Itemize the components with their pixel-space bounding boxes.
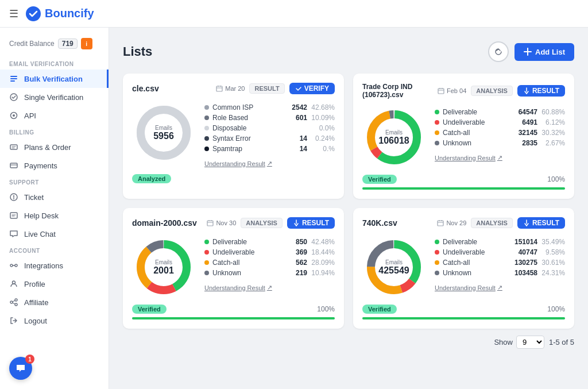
- stat-value: 40747: [517, 248, 537, 256]
- svg-rect-20: [438, 88, 444, 94]
- result-button[interactable]: RESULT: [517, 85, 565, 97]
- donut-center-num: 5956: [153, 131, 174, 141]
- help-desk-label: Help Desk: [24, 211, 59, 220]
- sidebar-item-plans-order[interactable]: Plans & Order: [0, 138, 109, 156]
- add-list-button[interactable]: Add List: [514, 43, 574, 61]
- donut-chart: Emails 5956: [132, 101, 195, 164]
- svg-point-14: [10, 301, 13, 303]
- logout-label: Logout: [24, 317, 47, 325]
- stat-row: Unknown 103458 24.31%: [435, 269, 565, 277]
- stat-row: Syntax Error 14 0.24%: [204, 134, 335, 142]
- understanding-link-text: Understanding Result: [204, 160, 265, 167]
- understanding-link-text: Understanding Result: [435, 284, 496, 291]
- stat-row: Deliverable 850 42.48%: [204, 238, 335, 246]
- sidebar-item-help-desk[interactable]: Help Desk: [0, 206, 109, 225]
- card-header: cle.csv Mar 20 RESULT VERIFY: [132, 83, 335, 94]
- chat-bubble-badge: 1: [25, 355, 34, 364]
- sidebar-item-payments[interactable]: Payments: [0, 156, 109, 175]
- verify-button[interactable]: VERIFY: [289, 83, 335, 94]
- layout: Credit Balance 719 i EMAIL VERIFICATION …: [0, 28, 588, 389]
- credit-balance-section: Credit Balance 719 i: [0, 34, 109, 56]
- stat-pct: 2.67%: [541, 139, 565, 147]
- stat-row: Catch-all 32145 30.32%: [435, 129, 565, 137]
- stat-row: Unknown 219 10.94%: [204, 269, 335, 277]
- section-label-billing: BILLING: [0, 125, 109, 138]
- menu-icon[interactable]: ☰: [9, 7, 18, 20]
- single-verification-icon: [9, 93, 18, 102]
- stat-label: Deliverable: [443, 238, 511, 246]
- svg-point-0: [26, 6, 41, 21]
- sidebar-item-single-verification[interactable]: Single Verification: [0, 88, 109, 106]
- progress-bar: [132, 317, 335, 319]
- sidebar-item-affiliate[interactable]: Affiliate: [0, 293, 109, 311]
- understanding-result-link[interactable]: Understanding Result ↗: [204, 160, 335, 167]
- status-badge: Verified: [362, 175, 397, 184]
- stat-pct: 0.0%: [311, 124, 335, 132]
- status-badge: Analyzed: [132, 174, 171, 183]
- stat-pct: 6.12%: [541, 118, 565, 126]
- card-date: Mar 20: [216, 85, 245, 92]
- sidebar-item-profile[interactable]: Profile: [0, 275, 109, 293]
- pagination: Show 9 25 50 1-5 of 5: [123, 329, 574, 351]
- sidebar-item-logout[interactable]: Logout: [0, 311, 109, 330]
- status-badge: Verified: [132, 305, 167, 314]
- progress-bar-wrap: [132, 317, 335, 319]
- result-button[interactable]: RESULT: [517, 217, 565, 229]
- card-title: cle.csv: [132, 84, 211, 93]
- understanding-link-text: Understanding Result: [204, 284, 265, 291]
- donut-center-num: 106018: [378, 136, 409, 146]
- date-text: Mar 20: [225, 85, 245, 92]
- section-label-support: SUPPORT: [0, 175, 109, 188]
- chat-bubble[interactable]: 1: [9, 357, 32, 380]
- stats-list: Deliverable 850 42.48% Undeliverable 369…: [204, 236, 335, 299]
- sidebar-item-live-chat[interactable]: Live Chat: [0, 225, 109, 243]
- sidebar-item-api[interactable]: API: [0, 106, 109, 125]
- sidebar-item-ticket[interactable]: Ticket: [0, 188, 109, 206]
- stat-label: Undeliverable: [443, 248, 513, 256]
- stat-row: Undeliverable 6491 6.12%: [435, 118, 565, 126]
- analysis-badge: ANALYSIS: [241, 218, 283, 228]
- profile-label: Profile: [24, 280, 45, 288]
- credit-balance-label: Credit Balance: [9, 40, 55, 48]
- stats-list: Common ISP 2542 42.68% Role Based 601 10…: [204, 101, 335, 167]
- stat-pct: 9.58%: [541, 248, 565, 256]
- understanding-link-text: Understanding Result: [435, 155, 496, 161]
- stat-dot: [204, 240, 209, 244]
- pagination-show: Show 9 25 50: [494, 336, 544, 349]
- sidebar-item-bulk-verification[interactable]: Bulk Verification: [0, 70, 109, 88]
- stat-label: Catch-all: [212, 259, 283, 267]
- result-button[interactable]: RESULT: [287, 217, 335, 229]
- understanding-result-link[interactable]: Understanding Result ↗: [435, 284, 565, 291]
- stat-row: Disposable 0.0%: [204, 124, 335, 132]
- card-footer: Verified 100%: [362, 175, 565, 190]
- sidebar-item-integrations[interactable]: Integrations: [0, 256, 109, 275]
- stat-dot: [204, 105, 209, 110]
- stat-value: 103458: [514, 269, 537, 277]
- refresh-button[interactable]: [488, 41, 509, 62]
- stats-list: Deliverable 64547 60.88% Undeliverable 6…: [435, 106, 565, 169]
- donut-center-top: Emails: [378, 129, 409, 136]
- understanding-result-link[interactable]: Understanding Result ↗: [204, 284, 335, 291]
- plans-icon: [9, 142, 18, 152]
- show-select[interactable]: 9 25 50: [516, 336, 544, 349]
- svg-point-6: [13, 114, 15, 117]
- single-verification-label: Single Verification: [24, 93, 83, 102]
- stat-label: Catch-all: [443, 129, 513, 137]
- stat-row: Role Based 601 10.09%: [204, 114, 335, 122]
- progress-label: 100%: [547, 175, 565, 183]
- api-label: API: [24, 111, 36, 120]
- card-header: Trade Corp IND (106723).csv Feb 04 ANALY…: [362, 83, 565, 99]
- cards-grid: cle.csv Mar 20 RESULT VERIFY: [123, 74, 574, 329]
- status-badge: Verified: [362, 305, 397, 314]
- stat-label: Common ISP: [212, 103, 283, 111]
- logout-icon: [9, 316, 18, 325]
- card-body: Emails 425549 Deliverable 151014 35.49%: [362, 236, 565, 299]
- result-label: RESULT: [532, 87, 559, 95]
- card-date: Nov 29: [437, 219, 466, 226]
- stat-dot: [435, 260, 439, 265]
- understanding-result-link[interactable]: Understanding Result ↗: [435, 154, 565, 161]
- integrations-icon: [9, 261, 18, 270]
- result-label: RESULT: [302, 219, 329, 227]
- stat-dot: [435, 110, 439, 114]
- credit-icon: i: [81, 38, 92, 49]
